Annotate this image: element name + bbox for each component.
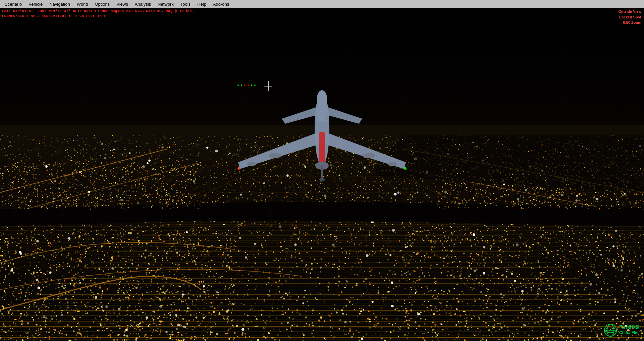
menu-vehicle[interactable]: Vehicle <box>25 1 46 7</box>
menu-views[interactable]: Views <box>113 1 131 7</box>
menu-options[interactable]: Options <box>91 1 113 7</box>
menu-addons[interactable]: Add-ons <box>210 1 232 7</box>
menu-world[interactable]: World <box>73 1 92 7</box>
menu-tools[interactable]: Tools <box>177 1 194 7</box>
city-lights-canvas <box>0 8 644 341</box>
menu-bar: Scenario Vehicle Navigation World Option… <box>0 0 644 8</box>
menu-navigation[interactable]: Navigation <box>46 1 73 7</box>
menu-network[interactable]: Network <box>154 1 177 7</box>
menu-scenario[interactable]: Scenario <box>1 1 25 7</box>
flight-scene: 飞行者联盟 China Flier <box>0 8 644 341</box>
menu-analysis[interactable]: Analysis <box>131 1 154 7</box>
menu-help[interactable]: Help <box>194 1 210 7</box>
